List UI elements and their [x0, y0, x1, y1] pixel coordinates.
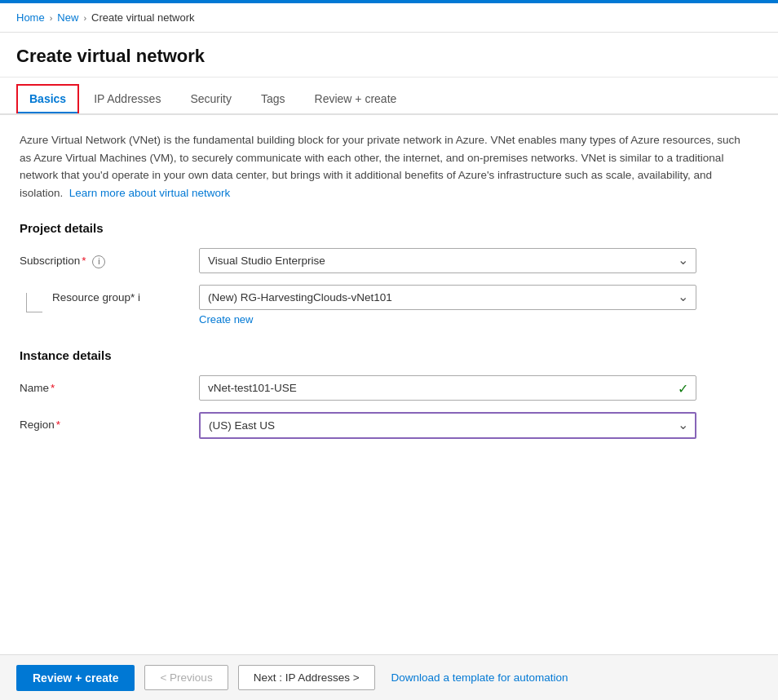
subscription-row: Subscription* i Visual Studio Enterprise: [20, 248, 758, 273]
resource-group-label: Resource group* i: [52, 285, 199, 303]
page-title: Create virtual network: [0, 33, 778, 78]
instance-details-title: Instance details: [20, 348, 758, 362]
breadcrumb-home[interactable]: Home: [16, 11, 45, 24]
tab-tags[interactable]: Tags: [246, 84, 300, 113]
region-required: *: [56, 419, 60, 431]
breadcrumb-new[interactable]: New: [57, 11, 78, 24]
instance-details-section: Instance details Name* ✓ Region*: [20, 348, 758, 439]
name-row: Name* ✓: [20, 375, 758, 401]
breadcrumb-sep-1: ›: [50, 13, 53, 23]
tab-review-create[interactable]: Review + create: [300, 84, 412, 113]
project-details-section: Project details Subscription* i Visual S…: [20, 221, 758, 326]
tab-ip-addresses[interactable]: IP Addresses: [79, 84, 175, 113]
content-area: Azure Virtual Network (VNet) is the fund…: [0, 115, 778, 478]
subscription-control-col: Visual Studio Enterprise: [199, 248, 696, 273]
name-label: Name*: [20, 375, 199, 394]
resource-group-indent: [20, 285, 52, 312]
region-select[interactable]: (US) East US: [199, 412, 696, 439]
project-details-title: Project details: [20, 221, 758, 235]
tab-security[interactable]: Security: [175, 84, 246, 113]
tabs-bar: Basics IP Addresses Security Tags Review…: [0, 84, 778, 115]
learn-more-link[interactable]: Learn more about virtual network: [69, 187, 230, 199]
name-input[interactable]: [199, 375, 696, 401]
name-required: *: [51, 382, 55, 394]
subscription-select-wrapper: Visual Studio Enterprise: [199, 248, 696, 273]
resource-group-info-icon[interactable]: i: [138, 291, 140, 303]
subscription-label: Subscription* i: [20, 248, 199, 268]
region-select-wrapper: (US) East US: [199, 412, 696, 439]
region-row: Region* (US) East US: [20, 412, 758, 439]
name-input-wrapper: ✓: [199, 375, 696, 401]
resource-group-control-col: (New) RG-HarvestingClouds-vNet101 Create…: [199, 285, 696, 326]
tab-basics[interactable]: Basics: [16, 84, 79, 113]
name-valid-check-icon: ✓: [678, 380, 688, 396]
resource-group-select[interactable]: (New) RG-HarvestingClouds-vNet101: [199, 285, 696, 310]
description-text: Azure Virtual Network (VNet) is the fund…: [20, 131, 754, 202]
subscription-required: *: [82, 255, 86, 267]
breadcrumb: Home › New › Create virtual network: [0, 3, 778, 33]
breadcrumb-sep-2: ›: [83, 13, 86, 23]
resource-group-row: Resource group* i (New) RG-HarvestingClo…: [20, 285, 758, 326]
subscription-info-icon[interactable]: i: [92, 255, 105, 268]
resource-group-select-wrapper: (New) RG-HarvestingClouds-vNet101: [199, 285, 696, 310]
name-control-col: ✓: [199, 375, 696, 401]
indent-line: [26, 293, 42, 312]
subscription-select[interactable]: Visual Studio Enterprise: [199, 248, 696, 273]
region-label: Region*: [20, 412, 199, 431]
region-control-col: (US) East US: [199, 412, 696, 439]
create-new-link[interactable]: Create new: [199, 313, 253, 326]
resource-group-required: *: [130, 291, 135, 303]
breadcrumb-current: Create virtual network: [91, 11, 194, 24]
